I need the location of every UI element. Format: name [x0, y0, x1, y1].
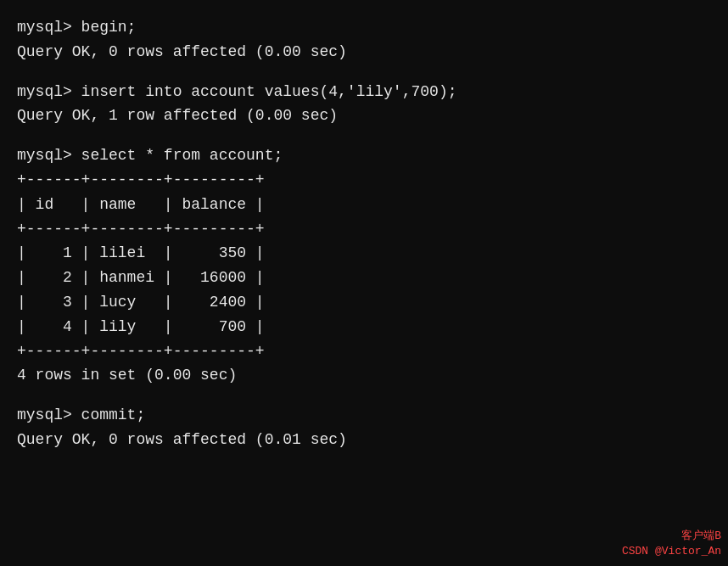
rows-in-set: 4 rows in set (0.00 sec): [17, 363, 711, 388]
line-commit: mysql> commit;: [17, 403, 711, 428]
spacer-1: [17, 64, 711, 80]
table-row-2: | 2 | hanmei | 16000 |: [17, 266, 711, 290]
watermark: 客户端B CSDN @Victor_An: [622, 529, 721, 559]
table-border-mid: +------+--------+---------+: [17, 217, 711, 242]
spacer-3: [17, 388, 711, 403]
table-border-top: +------+--------+---------+: [17, 168, 711, 193]
line-1: mysql> begin;: [17, 15, 711, 40]
table-row-1: | 1 | lilei | 350 |: [17, 241, 711, 266]
table-row-3: | 3 | lucy | 2400 |: [17, 290, 711, 315]
watermark-line1: 客户端B: [681, 530, 721, 542]
terminal-window: mysql> begin; Query OK, 0 rows affected …: [0, 0, 728, 566]
table-border-bottom: +------+--------+---------+: [17, 339, 711, 364]
line-5: Query OK, 1 row affected (0.00 sec): [17, 104, 711, 128]
spacer-2: [17, 128, 711, 143]
table-header: | id | name | balance |: [17, 193, 711, 217]
table-row-4: | 4 | lily | 700 |: [17, 315, 711, 339]
line-2: Query OK, 0 rows affected (0.00 sec): [17, 40, 711, 64]
line-4: mysql> insert into account values(4,'lil…: [17, 80, 711, 104]
line-7: mysql> select * from account;: [17, 143, 711, 168]
watermark-line2: CSDN @Victor_An: [622, 545, 721, 558]
line-commit-result: Query OK, 0 rows affected (0.01 sec): [17, 428, 711, 452]
